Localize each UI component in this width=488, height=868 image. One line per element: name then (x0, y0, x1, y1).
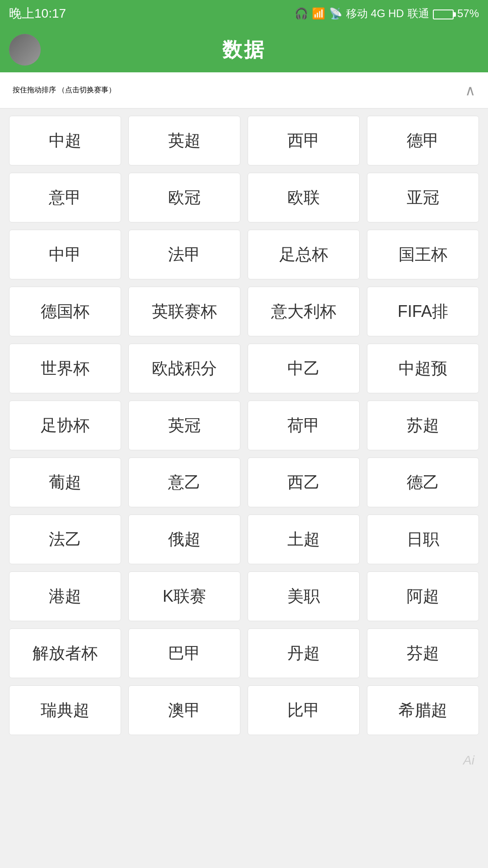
league-item-label: FIFA排 (398, 301, 448, 323)
league-item-25[interactable]: 葡超 (9, 458, 121, 507)
league-item-7[interactable]: 欧联 (248, 173, 360, 222)
league-item-label: 土超 (287, 528, 320, 551)
league-item-label: 英冠 (168, 415, 201, 437)
league-item-label: 国王杯 (399, 244, 447, 266)
league-item-label: 世界杯 (41, 358, 89, 380)
league-grid: 中超英超西甲德甲意甲欧冠欧联亚冠中甲法甲足总杯国王杯德国杯英联赛杯意大利杯FIF… (0, 108, 488, 742)
league-item-label: 欧冠 (168, 187, 201, 209)
league-item-36[interactable]: 阿超 (367, 571, 479, 621)
league-item-32[interactable]: 日职 (367, 514, 479, 564)
network-text: 移动 4G HD (346, 6, 404, 21)
league-item-6[interactable]: 欧冠 (128, 173, 240, 222)
league-item-label: 欧战积分 (152, 358, 217, 380)
league-item-19[interactable]: 中乙 (248, 344, 360, 393)
league-item-11[interactable]: 足总杯 (248, 230, 360, 279)
league-item-28[interactable]: 德乙 (367, 458, 479, 507)
league-item-18[interactable]: 欧战积分 (128, 344, 240, 393)
league-item-42[interactable]: 澳甲 (128, 685, 240, 735)
league-item-label: 解放者杯 (33, 642, 98, 665)
league-item-20[interactable]: 中超预 (367, 344, 479, 393)
league-item-15[interactable]: 意大利杯 (248, 287, 360, 336)
league-item-2[interactable]: 英超 (128, 116, 240, 165)
league-item-label: 荷甲 (287, 415, 320, 437)
league-item-12[interactable]: 国王杯 (367, 230, 479, 279)
league-item-label: 德国杯 (41, 301, 89, 323)
league-item-label: 法乙 (49, 528, 81, 551)
league-item-35[interactable]: 美职 (248, 571, 360, 621)
league-item-label: 亚冠 (407, 187, 439, 209)
league-item-label: 英超 (168, 130, 201, 152)
league-item-label: 西甲 (287, 130, 320, 152)
league-item-30[interactable]: 俄超 (128, 514, 240, 564)
status-time: 晚上10:17 (9, 5, 66, 22)
league-item-label: 意甲 (49, 187, 81, 209)
league-item-38[interactable]: 巴甲 (128, 628, 240, 678)
league-item-label: 意乙 (168, 472, 201, 494)
league-item-43[interactable]: 比甲 (248, 685, 360, 735)
league-item-label: 俄超 (168, 528, 201, 551)
league-item-label: 日职 (407, 528, 439, 551)
league-item-21[interactable]: 足协杯 (9, 401, 121, 450)
league-item-14[interactable]: 英联赛杯 (128, 287, 240, 336)
league-item-label: 阿超 (407, 585, 439, 608)
league-item-13[interactable]: 德国杯 (9, 287, 121, 336)
league-item-4[interactable]: 德甲 (367, 116, 479, 165)
sort-hint-text: （点击切换赛事） (58, 86, 116, 94)
league-item-40[interactable]: 芬超 (367, 628, 479, 678)
sort-main-text: 按住拖动排序 (13, 86, 56, 94)
league-item-9[interactable]: 中甲 (9, 230, 121, 279)
league-item-27[interactable]: 西乙 (248, 458, 360, 507)
league-item-label: 苏超 (407, 415, 439, 437)
league-item-label: 中超预 (399, 358, 447, 380)
watermark-text: Ai (463, 753, 474, 768)
league-item-33[interactable]: 港超 (9, 571, 121, 621)
league-item-label: 瑞典超 (41, 699, 89, 722)
league-item-label: 英联赛杯 (152, 301, 217, 323)
collapse-icon[interactable]: ∧ (465, 82, 475, 99)
league-item-8[interactable]: 亚冠 (367, 173, 479, 222)
league-item-24[interactable]: 苏超 (367, 401, 479, 450)
signal-icon: 📶 (312, 7, 325, 20)
league-item-label: 足总杯 (279, 244, 328, 266)
league-item-1[interactable]: 中超 (9, 116, 121, 165)
league-item-22[interactable]: 英冠 (128, 401, 240, 450)
league-item-label: 中超 (49, 130, 81, 152)
avatar[interactable] (9, 34, 41, 66)
league-item-label: 足协杯 (41, 415, 89, 437)
league-item-label: 葡超 (49, 472, 81, 494)
league-item-41[interactable]: 瑞典超 (9, 685, 121, 735)
league-item-17[interactable]: 世界杯 (9, 344, 121, 393)
league-item-44[interactable]: 希腊超 (367, 685, 479, 735)
league-item-label: 德乙 (407, 472, 439, 494)
league-item-label: 澳甲 (168, 699, 201, 722)
headphone-icon: 🎧 (295, 7, 308, 20)
league-item-label: 法甲 (168, 244, 201, 266)
league-item-26[interactable]: 意乙 (128, 458, 240, 507)
league-item-label: 港超 (49, 585, 81, 608)
status-right: 🎧 📶 📡 移动 4G HD 联通 57% (295, 6, 479, 21)
league-item-label: 德甲 (407, 130, 439, 152)
battery-percent: 57% (457, 7, 479, 20)
league-item-5[interactable]: 意甲 (9, 173, 121, 222)
league-item-label: 巴甲 (168, 642, 201, 665)
league-item-label: 丹超 (287, 642, 320, 665)
league-item-label: 比甲 (287, 699, 320, 722)
page-title: 数据 (222, 37, 266, 63)
watermark-row: Ai (0, 742, 488, 778)
league-item-34[interactable]: K联赛 (128, 571, 240, 621)
league-item-37[interactable]: 解放者杯 (9, 628, 121, 678)
league-item-23[interactable]: 荷甲 (248, 401, 360, 450)
sort-bar[interactable]: 按住拖动排序 （点击切换赛事） ∧ (0, 72, 488, 108)
league-item-label: 意大利杯 (271, 301, 336, 323)
sort-bar-label: 按住拖动排序 （点击切换赛事） (13, 85, 116, 95)
league-item-16[interactable]: FIFA排 (367, 287, 479, 336)
battery-icon (433, 7, 454, 20)
league-item-31[interactable]: 土超 (248, 514, 360, 564)
league-item-label: 美职 (287, 585, 320, 608)
carrier-text: 联通 (408, 6, 429, 21)
league-item-label: 西乙 (287, 472, 320, 494)
league-item-29[interactable]: 法乙 (9, 514, 121, 564)
league-item-10[interactable]: 法甲 (128, 230, 240, 279)
league-item-3[interactable]: 西甲 (248, 116, 360, 165)
league-item-39[interactable]: 丹超 (248, 628, 360, 678)
